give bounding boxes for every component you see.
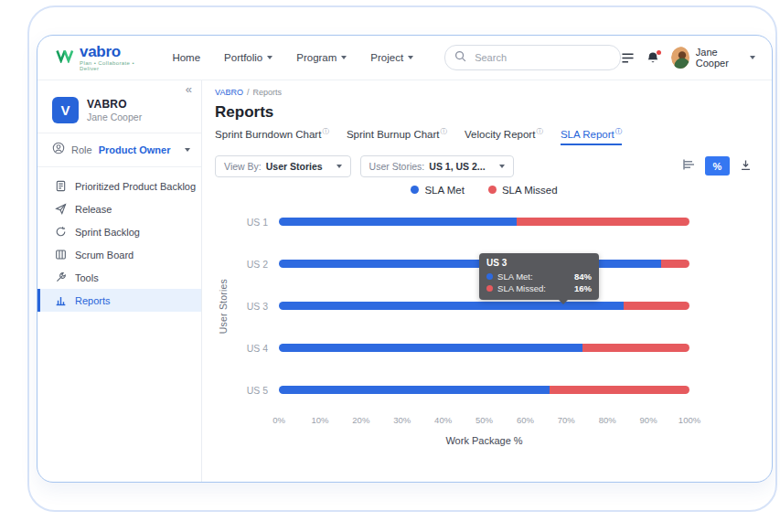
tab-sla-report[interactable]: SLA Reportⓘ: [561, 127, 622, 145]
search-box[interactable]: [444, 45, 621, 70]
backlog-icon: [54, 180, 67, 192]
nav-item-home[interactable]: Home: [172, 52, 200, 63]
bar-segment-sla-met[interactable]: [279, 218, 517, 226]
x-tick-label: 100%: [678, 415, 700, 425]
workspace-name: VABRO: [87, 98, 142, 111]
nav-item-program[interactable]: Program: [296, 52, 347, 63]
workspace-user: Jane Cooper: [87, 112, 142, 122]
bar-track: [279, 218, 689, 226]
sidebar-collapse-icon[interactable]: «: [186, 80, 201, 95]
y-axis-label: User Stories: [218, 279, 229, 334]
x-tick-label: 30%: [393, 415, 411, 425]
messages-icon[interactable]: [621, 52, 635, 64]
bar-segment-sla-missed[interactable]: [517, 218, 689, 226]
bar-chart-icon: [682, 158, 695, 174]
view-by-label: View By:: [224, 161, 262, 172]
sidebar-item-release[interactable]: Release: [37, 197, 201, 220]
bar-segment-sla-met[interactable]: [279, 260, 661, 268]
x-tick-label: 0%: [272, 415, 285, 425]
notification-dot: [657, 50, 661, 55]
page-title: Reports: [215, 103, 753, 122]
download-button[interactable]: [738, 157, 753, 176]
nav-item-label: Project: [370, 52, 403, 63]
legend-item-sla-met[interactable]: SLA Met: [411, 185, 464, 196]
bar-segment-sla-missed[interactable]: [582, 344, 689, 352]
search-input[interactable]: [473, 51, 604, 64]
x-tick-label: 10%: [311, 415, 328, 425]
sprint-backlog-icon: [54, 226, 67, 238]
tooltip-dot: [486, 273, 493, 280]
bar-track: [279, 344, 689, 352]
tab-sprint-burndown-chart[interactable]: Sprint Burndown Chartⓘ: [215, 127, 329, 145]
sidebar-item-reports[interactable]: Reports: [37, 289, 201, 312]
vabro-logo[interactable]: vabro Plan • Collaborate • Deliver: [56, 44, 146, 71]
sidebar-item-scrum-board[interactable]: Scrum Board: [37, 243, 201, 266]
legend-item-sla-missed[interactable]: SLA Missed: [488, 185, 558, 196]
role-selector[interactable]: Role Product Owner: [37, 133, 201, 167]
tab-sprint-burnup-chart[interactable]: Sprint Burnup Chartⓘ: [347, 127, 447, 145]
sidebar-item-tools[interactable]: Tools: [37, 266, 201, 289]
bar-segment-sla-met[interactable]: [279, 302, 624, 310]
workspace-card[interactable]: V VABRO Jane Cooper: [37, 95, 201, 133]
sidebar-item-prioritized-product-backlog[interactable]: Prioritized Product Backlog: [37, 175, 201, 197]
workspace-badge: V: [52, 97, 79, 123]
sidebar-item-label: Scrum Board: [75, 250, 134, 261]
percent-view-toggle[interactable]: %: [705, 156, 730, 176]
search-icon: [454, 49, 466, 66]
filter-bar: View By: User Stories User Stories: US 1…: [215, 155, 753, 177]
sidebar-item-label: Prioritized Product Backlog: [75, 181, 196, 192]
tooltip-row: SLA Met:84%: [486, 271, 592, 282]
x-axis-ticks: 0%10%20%30%40%50%60%70%80%90%100%: [279, 415, 689, 426]
view-by-value: User Stories: [266, 161, 323, 172]
category-label: US 2: [231, 259, 279, 270]
top-nav: HomePortfolioProgramProject: [172, 52, 413, 63]
chart-legend: SLA MetSLA Missed: [215, 185, 753, 196]
release-icon: [54, 203, 67, 215]
chart-row-us-1: US 1: [231, 201, 753, 243]
bar-segment-sla-missed[interactable]: [661, 260, 689, 268]
topbar-actions: Jane Cooper: [621, 47, 755, 69]
x-tick-label: 90%: [640, 415, 657, 425]
nav-item-portfolio[interactable]: Portfolio: [224, 52, 272, 63]
legend-label: SLA Missed: [502, 185, 558, 196]
bar-segment-sla-missed[interactable]: [624, 302, 689, 310]
info-icon: ⓘ: [536, 127, 543, 135]
info-icon: ⓘ: [615, 127, 623, 135]
legend-dot: [488, 186, 497, 194]
sidebar: « V VABRO Jane Cooper Role Product Owner…: [37, 80, 202, 482]
bar-segment-sla-met[interactable]: [279, 386, 550, 394]
sla-report-chart: SLA MetSLA Missed User Stories US 1US 2U…: [215, 185, 753, 446]
x-tick-label: 60%: [517, 415, 534, 425]
bar-chart-view-toggle[interactable]: [680, 156, 697, 176]
user-menu[interactable]: Jane Cooper: [671, 47, 755, 69]
plot-area: US 1US 2US 3US 4US 5 0%10%20%30%40%50%60…: [231, 201, 753, 446]
nav-item-project[interactable]: Project: [370, 52, 413, 63]
role-label: Role: [71, 144, 92, 155]
sidebar-item-sprint-backlog[interactable]: Sprint Backlog: [37, 220, 201, 243]
bar-segment-sla-missed[interactable]: [550, 386, 689, 394]
chart-row-us-5: US 5: [231, 369, 753, 411]
person-icon: [52, 142, 65, 158]
sidebar-item-label: Release: [75, 204, 112, 215]
main-content: VABRO / Reports Reports Sprint Burndown …: [202, 80, 772, 482]
role-value: Product Owner: [99, 144, 171, 155]
x-tick-label: 50%: [475, 415, 493, 425]
tab-label: Velocity Report: [465, 129, 535, 140]
scrum-board-icon: [54, 249, 67, 261]
chevron-down-icon: [185, 148, 190, 152]
chevron-down-icon: [267, 56, 272, 59]
chart-row-us-4: US 4: [231, 327, 753, 369]
sidebar-menu: Prioritized Product BacklogReleaseSprint…: [37, 167, 201, 312]
tab-velocity-report[interactable]: Velocity Reportⓘ: [465, 127, 543, 145]
breadcrumb-root[interactable]: VABRO: [215, 88, 243, 97]
bar-segment-sla-met[interactable]: [279, 344, 582, 352]
user-stories-label: User Stories:: [369, 161, 425, 172]
notifications-bell-icon[interactable]: [646, 51, 659, 65]
user-stories-dropdown[interactable]: User Stories: US 1, US 2...: [360, 155, 514, 177]
info-icon: ⓘ: [322, 127, 329, 135]
view-by-dropdown[interactable]: View By: User Stories: [215, 155, 351, 177]
info-icon: ⓘ: [441, 127, 448, 135]
nav-item-label: Program: [296, 52, 337, 63]
top-bar: vabro Plan • Collaborate • Deliver HomeP…: [37, 36, 772, 80]
tooltip-arrow: [559, 300, 568, 304]
